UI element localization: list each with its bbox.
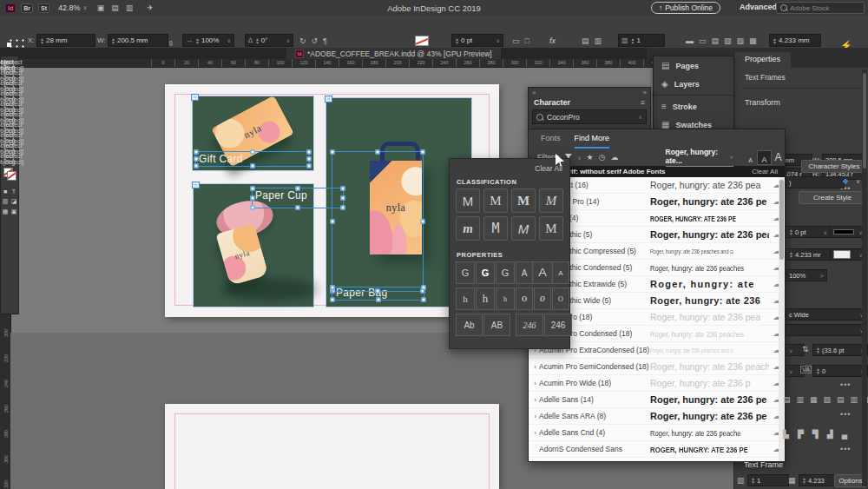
effects-button[interactable]: fx <box>549 36 556 45</box>
classification-button[interactable]: M <box>456 188 480 213</box>
case-filter-button[interactable]: Ab <box>456 314 483 336</box>
paragraph-align-icon[interactable]: ▦ <box>810 395 818 404</box>
font-list-scrollbar[interactable] <box>779 177 785 461</box>
selection-handle[interactable] <box>421 150 425 155</box>
distribute-icons[interactable]: ▙▛▜▟▄ <box>783 430 847 439</box>
sample-size-large[interactable]: A <box>772 150 785 163</box>
sample-size-medium[interactable]: A <box>757 150 772 165</box>
properties-scrollbar[interactable] <box>862 69 867 486</box>
align-icon[interactable]: ▧ <box>724 36 732 45</box>
rotation-angle-field[interactable]: ∆▲▼0°∨ <box>245 34 293 47</box>
classification-button[interactable]: M <box>511 188 536 213</box>
selection-handle[interactable] <box>296 206 300 210</box>
tracking-field[interactable]: ▲▼0∨ <box>812 365 868 377</box>
page-2[interactable] <box>165 404 499 489</box>
create-style-button[interactable]: Create Style <box>799 191 866 204</box>
distribute-icon[interactable]: ▛ <box>798 430 804 439</box>
text-frame-icons[interactable]: ▤▥ <box>582 36 602 45</box>
selection-frame-paper-bag-label[interactable] <box>332 287 424 301</box>
document-tab[interactable]: Id *ADOBE_COFFEE_BREAK.indd @ 43% [GPU P… <box>286 48 501 59</box>
adobe-stock-search[interactable]: Adobe Stock <box>776 2 865 14</box>
paragraph-align-icon[interactable]: ▤ <box>783 395 791 404</box>
selection-handle[interactable] <box>331 220 335 224</box>
align-icon[interactable]: ▭ <box>699 36 707 45</box>
selection-handle[interactable] <box>376 298 380 302</box>
stroke-weight-field[interactable]: ▲▼0 pt∨ <box>451 34 503 47</box>
classification-button[interactable]: M <box>539 188 563 213</box>
tool-option-button[interactable]: ■ <box>1 186 10 196</box>
align-icons-row1[interactable]: ▬▭▤▧▨▩ <box>686 36 757 45</box>
distribute-icon[interactable]: ▜ <box>812 430 819 439</box>
selection-handle[interactable] <box>376 150 380 155</box>
align-icon[interactable]: ▨ <box>737 36 745 45</box>
w-field[interactable]: ▲▼200.5 mm <box>108 34 168 47</box>
tool-button[interactable]: [object Object] <box>10 154 18 164</box>
stroke-style-dropdown[interactable]: ∨ <box>830 226 866 238</box>
leading-field[interactable]: ▲▼(33.6 pt∨ <box>812 344 868 356</box>
fill-none-swatch[interactable] <box>415 36 429 46</box>
recent-filter-icon[interactable]: ◷ <box>599 153 606 162</box>
panel-menu-icon[interactable]: ≡ <box>641 98 645 107</box>
classification-button[interactable]: M <box>511 216 536 241</box>
selection-handle[interactable] <box>422 298 426 302</box>
xheight-filter-button[interactable]: h <box>456 287 475 310</box>
selection-handle[interactable] <box>194 157 199 162</box>
font-style-dropdown[interactable]: ∨ <box>786 324 867 336</box>
paragraph-align-icons[interactable]: ▤▥▦▧▤▥▦ <box>783 395 868 404</box>
chevron-down-icon[interactable]: ∨ <box>577 155 581 161</box>
weight-filter-button[interactable]: G <box>476 261 495 284</box>
expand-family-icon[interactable]: › <box>531 380 539 387</box>
clear-all-link[interactable]: Clear All <box>535 164 562 173</box>
paragraph-more-options[interactable]: ••• <box>840 410 851 419</box>
case-filter-button[interactable]: AB <box>483 314 510 336</box>
width-filter-button[interactable]: A <box>516 261 533 284</box>
font-family-dropdown[interactable]: c Wide∨ <box>786 308 867 320</box>
corner-radius-field[interactable]: ▲▼4.233 mr <box>786 248 831 261</box>
selection-handle[interactable] <box>307 157 312 162</box>
selection-handle[interactable] <box>331 298 335 302</box>
tool-option-button[interactable]: ▦ <box>1 207 10 217</box>
font-search-field[interactable]: CoconPro ∨ <box>532 109 647 124</box>
tool-option-button[interactable]: ▣ <box>10 207 18 217</box>
columns-field[interactable]: ▥▲▼1 <box>618 34 665 47</box>
xheight-filter-button[interactable]: h <box>496 287 515 310</box>
contrast-filter-button[interactable]: O <box>552 287 569 310</box>
selection-handle[interactable] <box>307 164 312 169</box>
dock-panel-button[interactable]: ▤Pages <box>654 56 733 75</box>
expand-family-icon[interactable]: › <box>531 396 539 404</box>
width-filter-button[interactable]: A <box>532 261 553 284</box>
selection-handle[interactable] <box>421 220 425 224</box>
distribute-icon[interactable]: ▄ <box>842 430 847 439</box>
link-badge-icon[interactable]: ∞ <box>325 96 332 102</box>
scale-x-field[interactable]: ↔▲▼100%∨ <box>182 34 234 47</box>
selection-frame-paper-bag-image[interactable] <box>332 151 424 292</box>
opacity-field[interactable]: 100%> <box>786 269 827 281</box>
favorites-filter-icon[interactable]: ★ <box>587 153 594 162</box>
transform-icon[interactable]: ¶ <box>323 36 327 45</box>
font-list-row[interactable]: › Adelle Sans ARA (8) Roger, hungry: ate… <box>529 408 785 425</box>
expand-family-icon[interactable]: › <box>531 413 539 420</box>
fill-stroke-swatch-group[interactable] <box>3 168 16 180</box>
tool-option-button[interactable]: ◪ <box>10 196 18 207</box>
baseline-offset-field[interactable]: ▲▼4.233 mm <box>769 34 821 47</box>
selection-frame-gift-card[interactable] <box>195 151 310 167</box>
stroke-swatch[interactable] <box>7 171 16 181</box>
tool-option-button[interactable]: T <box>10 186 18 196</box>
selection-handle[interactable] <box>331 150 335 155</box>
gutter-field[interactable]: ▲▼4.233 <box>799 474 837 486</box>
font-list-row[interactable]: › Acumin Pro SemiCondensed (18) Roger, h… <box>529 359 785 375</box>
align-icon[interactable]: ▤ <box>712 36 720 45</box>
activated-fonts-filter-icon[interactable]: ☁ <box>611 153 619 162</box>
selection-handle[interactable] <box>422 286 426 290</box>
link-badge-icon[interactable]: ∞ <box>191 94 199 101</box>
corner-icon[interactable]: ▭ <box>512 36 520 45</box>
font-list-row[interactable]: › Acumin Pro Wide (18) Roger, hungry: at… <box>529 375 785 392</box>
clear-all-filters-link[interactable]: Clear All <box>752 168 778 175</box>
classification-button[interactable]: M <box>539 216 563 241</box>
selection-handle[interactable] <box>307 150 312 155</box>
tool-option-button[interactable]: ▥ <box>1 196 10 207</box>
selection-handle[interactable] <box>331 286 335 290</box>
align-icon[interactable]: ▩ <box>749 36 757 45</box>
figures-filter-button[interactable]: 246 <box>516 314 543 336</box>
distribute-icon[interactable]: ▟ <box>827 430 833 439</box>
